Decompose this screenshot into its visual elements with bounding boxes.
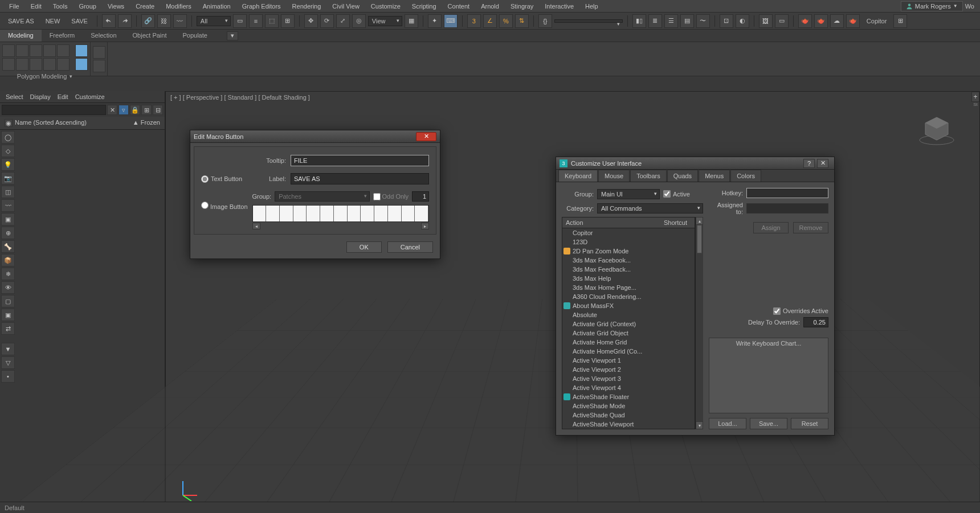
ref-coord-dropdown[interactable]: View [368, 16, 402, 26]
menu-help[interactable]: Help [579, 1, 604, 11]
ribbon-group-label[interactable]: Polygon Modeling▼ [2, 73, 88, 80]
menu-stingray[interactable]: Stingray [505, 1, 539, 11]
filter-helper-icon[interactable]: ◫ [1, 186, 15, 198]
filter-container-icon[interactable]: 📦 [1, 254, 15, 266]
bind-button[interactable]: 〰 [173, 14, 187, 28]
filter-frozen-icon[interactable]: ❄ [1, 268, 15, 280]
rb-c[interactable] [30, 58, 42, 71]
menu-civil-view[interactable]: Civil View [326, 1, 365, 11]
cui-help-button[interactable]: ? [803, 159, 815, 168]
filter-light-icon[interactable]: 💡 [1, 158, 15, 171]
group-dropdown[interactable]: Patches [275, 191, 369, 202]
text-button-radio[interactable]: Text Button [201, 175, 250, 183]
rb-poly[interactable] [43, 44, 56, 57]
filter-none-icon[interactable]: ▢ [1, 295, 15, 307]
viewcube-icon[interactable] [917, 109, 957, 149]
menu-group[interactable]: Group [73, 1, 102, 11]
filter-hidden-icon[interactable]: 👁 [1, 281, 15, 294]
use-pivot-button[interactable]: ▦ [405, 14, 418, 28]
edit-macro-close-button[interactable]: ✕ [416, 132, 436, 141]
filter-geometry-icon[interactable]: ◯ [1, 131, 15, 143]
cui-tab-colors[interactable]: Colors [730, 170, 761, 182]
qa-save-as[interactable]: SAVE AS [3, 18, 39, 24]
menu-animation[interactable]: Animation [197, 1, 236, 11]
shortcut-header[interactable]: Shortcut [660, 217, 695, 228]
render-cloud-button[interactable]: ☁ [830, 14, 844, 28]
percent-snap-button[interactable]: % [499, 14, 513, 28]
collapse-icon[interactable]: ⊟ [153, 105, 163, 115]
action-item[interactable]: ActiveShade Mode [562, 401, 695, 411]
action-item[interactable]: 3ds Max Facebook... [562, 256, 695, 265]
clear-search-icon[interactable]: ✕ [107, 105, 117, 115]
rb-vertex[interactable] [2, 44, 15, 57]
action-item[interactable]: Active Viewport 2 [562, 365, 695, 374]
ok-button[interactable]: OK [346, 241, 382, 253]
label-input[interactable] [291, 173, 429, 184]
cui-category-dropdown[interactable]: All Commands [597, 203, 703, 214]
action-item[interactable]: Activate Grid (Context) [562, 319, 695, 329]
action-item[interactable]: 3ds Max Feedback... [562, 265, 695, 274]
lp-tab-select[interactable]: Select [6, 93, 23, 100]
odd-only-checkbox[interactable]: Odd Only [373, 193, 409, 200]
layer-explorer-button[interactable]: ☰ [664, 14, 678, 28]
placement-button[interactable]: ◎ [352, 14, 366, 28]
snap-3d-button[interactable]: 3 [467, 14, 481, 28]
filter-shape-icon[interactable]: ◇ [1, 145, 15, 157]
menu-scripting[interactable]: Scripting [406, 1, 442, 11]
ribbon-tab-populate[interactable]: Populate [174, 30, 215, 42]
ribbon-min-button[interactable]: ▾ [227, 31, 238, 40]
filter-group-icon[interactable]: ▣ [1, 213, 15, 225]
rb-a[interactable] [2, 58, 15, 71]
lp-tab-edit[interactable]: Edit [58, 93, 68, 100]
cui-tab-quads[interactable]: Quads [667, 170, 698, 182]
select-object-button[interactable]: ▭ [233, 14, 247, 28]
frozen-column-header[interactable]: ▲ Frozen [133, 119, 160, 127]
keyboard-shortcut-override-button[interactable]: ⌨ [444, 14, 458, 28]
image-button-radio[interactable]: Image Button [201, 202, 248, 210]
action-item[interactable]: Active Viewport 1 [562, 356, 695, 365]
render-setup-button[interactable]: 🖼 [759, 14, 773, 28]
rotate-button[interactable]: ⟳ [320, 14, 334, 28]
vp-plus-icon[interactable]: + [971, 92, 979, 102]
cui-active-checkbox[interactable]: Active [663, 190, 695, 198]
curve-editor-button[interactable]: 〜 [696, 14, 710, 28]
link-button[interactable]: 🔗 [141, 14, 155, 28]
lp-tab-display[interactable]: Display [30, 93, 51, 100]
cui-close-button[interactable]: ✕ [817, 159, 828, 168]
menu-content[interactable]: Content [442, 1, 476, 11]
render-prod-button[interactable]: 🫖 [798, 14, 812, 28]
ribbon-tab-freeform[interactable]: Freeform [42, 30, 83, 42]
rb-e[interactable] [57, 58, 70, 71]
assigned-input[interactable] [746, 203, 828, 214]
delay-spinner[interactable] [803, 317, 828, 327]
filter-xref-icon[interactable]: ⊕ [1, 227, 15, 239]
name-column-header[interactable]: Name (Sorted Ascending) [15, 119, 133, 127]
filter-all-icon[interactable]: ▣ [1, 309, 15, 321]
select-region-rect-button[interactable]: ⬚ [265, 14, 279, 28]
action-item[interactable]: Activate HomeGrid (Co... [562, 347, 695, 356]
menu-edit[interactable]: Edit [25, 1, 47, 11]
action-item[interactable]: 123D [562, 237, 695, 247]
filter-selection-icon[interactable]: ▿ [119, 105, 129, 115]
redo-button[interactable] [118, 14, 132, 28]
user-account-button[interactable]: Mark Rogers ▼ [901, 1, 963, 11]
menu-interactive[interactable]: Interactive [539, 1, 579, 11]
image-index-spinner[interactable] [412, 191, 429, 202]
filter-funnel-icon[interactable]: ▼ [1, 343, 15, 355]
action-list-scrollbar[interactable]: ▴ ▾ [695, 217, 703, 429]
action-item[interactable]: A360 Cloud Rendering... [562, 292, 695, 301]
named-sets-dropdown[interactable] [554, 19, 623, 23]
menu-create[interactable]: Create [130, 1, 160, 11]
action-item[interactable]: Active Viewport 4 [562, 383, 695, 392]
image-strip[interactable] [252, 205, 430, 222]
expand-icon[interactable]: ⊞ [141, 105, 152, 115]
rb-element[interactable] [57, 44, 70, 57]
action-item[interactable]: Activate Grid Object [562, 329, 695, 338]
strip-scroll-right[interactable]: ▸ [421, 223, 429, 229]
workspace-label[interactable]: Wo [963, 3, 977, 10]
filter-bone-icon[interactable]: 🦴 [1, 240, 15, 253]
action-list[interactable]: Action Shortcut Copitor123D2D Pan Zoom M… [562, 217, 695, 429]
render-iter-button[interactable]: 🫖 [814, 14, 828, 28]
assign-button[interactable]: Assign [753, 222, 789, 233]
tooltip-input[interactable] [291, 155, 429, 166]
